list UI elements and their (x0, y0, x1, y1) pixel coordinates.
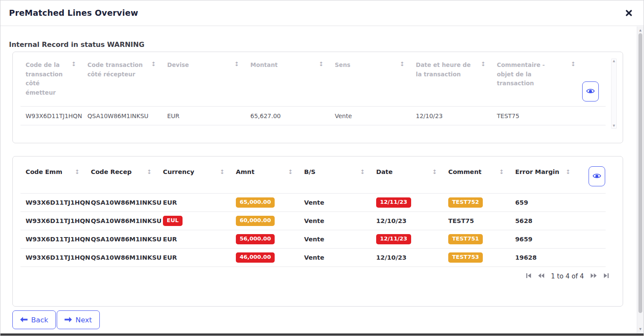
cell-error-margin: 5628 (515, 217, 582, 224)
next-button[interactable]: Next (57, 310, 99, 329)
sort-icon[interactable]: ↕ (400, 61, 405, 68)
pagination-first-button[interactable] (526, 273, 531, 280)
last-page-icon (603, 273, 609, 280)
sort-icon[interactable]: ↕ (566, 168, 571, 176)
column-header-comment[interactable]: Comment ↕ (448, 168, 515, 176)
cell-code-emm: W93X6D11TJ1HQN (26, 217, 91, 224)
eye-icon (586, 88, 595, 96)
scroll-up-icon[interactable]: ▲ (613, 60, 615, 63)
sort-icon[interactable]: ↕ (234, 61, 239, 68)
sort-icon[interactable]: ↕ (481, 61, 486, 68)
error-badge: 12/11/23 (376, 197, 411, 207)
modal-header: PreMatched Lines Overview (0, 0, 644, 26)
pagination: 1 to 4 of 4 (526, 272, 609, 280)
sort-icon[interactable]: ↕ (71, 61, 76, 68)
column-header-devise[interactable]: Devise ↕ (167, 61, 250, 97)
cell-date: 12/10/23 (376, 217, 448, 224)
scrollbar-thumb[interactable] (638, 33, 642, 313)
first-page-icon (526, 273, 531, 280)
sort-icon[interactable]: ↕ (151, 61, 156, 68)
warning-badge: TEST753 (448, 252, 483, 262)
column-header-montant[interactable]: Montant ↕ (250, 61, 335, 97)
cell-code-emm: W93X6D11TJ1HQN (26, 254, 91, 261)
table-row[interactable]: W93X6D11TJ1HQN QSA10W86M1INKSU EUR 65,00… (20, 194, 606, 212)
error-badge: EUL (163, 216, 183, 226)
cell-bs: Vente (304, 236, 376, 243)
column-header-currency[interactable]: Currency ↕ (163, 168, 236, 176)
modal-scrollbar[interactable]: ▲ ▼ (637, 26, 644, 333)
match-table-header-row: Code Emm ↕ Code Recep ↕ Currency ↕ Amnt … (26, 168, 582, 176)
matched-lines-panel: Code Emm ↕ Code Recep ↕ Currency ↕ Amnt … (12, 156, 623, 307)
column-header-code-emetteur[interactable]: Code de la transaction côté émetteur ↕ (26, 61, 87, 97)
cell-error-margin: 659 (515, 199, 582, 206)
cell-code-recep: QSA10W86M1INKSU (91, 254, 163, 261)
pagination-next-button[interactable] (590, 273, 597, 280)
table-row[interactable]: W93X6D11TJ1HQN QSA10W86M1INKSU EUR 56,00… (20, 230, 606, 249)
cell-code-recep: QSA10W86M1INKSU (91, 236, 163, 243)
column-header-code-emm[interactable]: Code Emm ↕ (26, 168, 91, 176)
cell-code-emm: W93X6D11TJ1HQN (26, 199, 91, 206)
previous-page-icon (538, 273, 545, 280)
warning-badge: 60,000.00 (236, 216, 275, 226)
warning-badge: 65,000.00 (236, 197, 275, 207)
sort-icon[interactable]: ↕ (288, 168, 293, 176)
error-badge: 56,000.00 (236, 234, 275, 244)
sort-icon[interactable]: ↕ (220, 168, 225, 176)
error-badge: 12/11/23 (376, 234, 411, 244)
cell-code-recepteur: QSA10W86M1INKSU (87, 113, 167, 119)
scroll-down-icon[interactable]: ▼ (637, 328, 644, 331)
column-header-sens[interactable]: Sens ↕ (335, 61, 416, 97)
cell-code-recep: QSA10W86M1INKSU (91, 217, 163, 224)
cell-code-recep: QSA10W86M1INKSU (91, 199, 163, 206)
scroll-up-icon[interactable]: ▲ (637, 29, 644, 32)
modal-body: Internal Record in status WARNING Code d… (0, 26, 637, 333)
sort-icon[interactable]: ↕ (432, 168, 437, 176)
close-button[interactable] (624, 9, 633, 18)
column-header-date[interactable]: Date ↕ (376, 168, 448, 176)
cell-error-margin: 19628 (515, 254, 582, 261)
cell-date: 12/10/23 (376, 254, 448, 261)
footer-buttons: Back Next (12, 310, 100, 329)
table-row[interactable]: W93X6D11TJ1HQN QSA10W86M1INKSU EUR 65,62… (20, 106, 606, 125)
scroll-down-icon[interactable]: ▼ (613, 125, 615, 127)
cell-bs: Vente (304, 217, 376, 224)
match-table-body: W93X6D11TJ1HQN QSA10W86M1INKSU EUR 65,00… (20, 193, 606, 267)
pagination-previous-button[interactable] (538, 273, 545, 280)
cell-code-emetteur: W93X6D11TJ1HQN (26, 113, 87, 119)
column-header-commentaire[interactable]: Commentaire - objet de la transaction ↕ (497, 61, 587, 97)
column-header-error-margin[interactable]: Error Margin ↕ (515, 168, 582, 176)
cell-sens: Vente (335, 113, 416, 119)
column-header-code-recepteur[interactable]: Code transaction côté récepteur ↕ (87, 61, 167, 97)
sort-icon[interactable]: ↕ (75, 168, 80, 176)
sort-icon[interactable]: ↕ (571, 61, 576, 68)
cell-montant: 65,627.00 (250, 113, 335, 119)
error-badge: 46,000.00 (236, 252, 275, 262)
sort-icon[interactable]: ↕ (360, 168, 365, 176)
internal-record-panel: Code de la transaction côté émetteur ↕ C… (12, 52, 623, 143)
internal-table-header-row: Code de la transaction côté émetteur ↕ C… (26, 61, 587, 97)
cell-bs: Vente (304, 199, 376, 206)
eye-button[interactable] (582, 81, 599, 101)
cell-currency: EUR (163, 254, 236, 261)
sort-icon[interactable]: ↕ (319, 61, 324, 68)
page-title: PreMatched Lines Overview (9, 8, 138, 17)
section-heading: Internal Record in status WARNING (9, 41, 145, 49)
pagination-last-button[interactable] (603, 273, 609, 280)
warning-badge: TEST752 (448, 197, 483, 207)
column-header-date-heure[interactable]: Date et heure de la transaction ↕ (416, 61, 497, 97)
cell-currency: EUR (163, 199, 236, 206)
column-header-bs[interactable]: B/S ↕ (304, 168, 376, 176)
table-scrollbar[interactable]: ▲ ▼ (611, 58, 617, 129)
column-header-code-recep[interactable]: Code Recep ↕ (91, 168, 163, 176)
cell-comment: TEST75 (448, 217, 515, 224)
sort-icon[interactable]: ↕ (147, 168, 152, 176)
eye-button[interactable] (589, 166, 605, 186)
table-row[interactable]: W93X6D11TJ1HQN QSA10W86M1INKSU EUR 46,00… (20, 249, 606, 267)
sort-icon[interactable]: ↕ (499, 168, 504, 176)
back-button[interactable]: Back (12, 310, 56, 329)
table-row[interactable]: W93X6D11TJ1HQN QSA10W86M1INKSU EUL 60,00… (20, 212, 606, 230)
next-page-icon (590, 273, 597, 280)
column-header-amnt[interactable]: Amnt ↕ (236, 168, 304, 176)
cell-date: 12/10/23 (416, 113, 497, 119)
eye-icon (592, 173, 601, 180)
